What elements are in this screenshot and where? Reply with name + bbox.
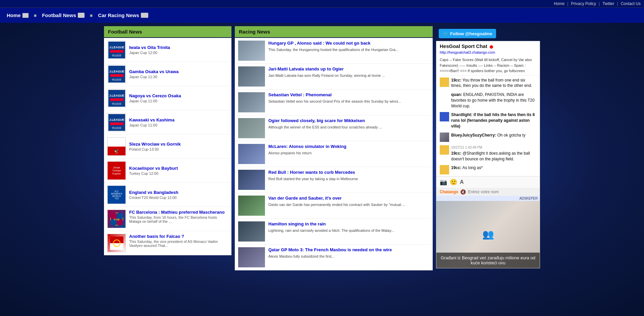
football-item[interactable]: ICCWOMEN'SWORLDT20 England vs Bangladesh… [104, 183, 231, 207]
svg-text:明治安田: 明治安田 [112, 54, 121, 57]
chat-ad-image[interactable]: 👥 Građani iz Beograd već zarađuju milion… [436, 201, 540, 268]
racing-info: Hungary GP , Alonso said : We could not … [268, 41, 398, 52]
smiley-icon[interactable]: 🙂 [450, 178, 457, 186]
football-info: Gamba Osaka vs Urawa Japan Cup 11:30 [129, 69, 178, 79]
match-meta: Poland Cup 13:30 [129, 147, 181, 151]
chat-brand: Chatango [440, 190, 458, 194]
top-nav-privacy[interactable]: Privacy Policy [571, 1, 596, 6]
football-info: Iwata vs Oita Trinita Japan Cup 12:00 [129, 45, 170, 55]
chat-avatar [440, 165, 449, 174]
football-item[interactable]: J.LEAGUE 明治安田 Iwata vs Oita Trinita Japa… [104, 38, 231, 62]
article-excerpt: Red Bull started the year by taking a sl… [268, 177, 358, 181]
svg-text:明治安田: 明治安田 [112, 78, 121, 81]
live-indicator [490, 45, 493, 49]
svg-text:明治安田: 明治安田 [112, 103, 121, 105]
article-title[interactable]: Van der Garde and Sauber, it's over [268, 196, 405, 201]
chat-message: 19cc: As long as* [440, 165, 536, 174]
chat-message: BlueyJuicySuzyCherry: Oh ok gotcha ty [440, 133, 536, 142]
article-title[interactable]: Qatar GP Moto 3: The French Masbou is ne… [268, 247, 392, 252]
article-title[interactable]: Sebastian Vettel : Phenomenal [268, 92, 401, 97]
racing-item[interactable]: Sebastian Vettel : Phenomenal Sebastian … [235, 90, 433, 115]
match-title[interactable]: FC Barcelona : Mathieu preferred Mascher… [129, 210, 225, 215]
football-item[interactable]: FCB FC Barcelona : Mathieu preferred Mas… [104, 207, 231, 231]
football-item[interactable]: J.LEAGUE 明治安田 Nagoya vs Cerezo Osaka Jap… [104, 86, 231, 110]
football-news-list: J.LEAGUE 明治安田 Iwata vs Oita Trinita Japa… [104, 38, 231, 255]
monaco-svg [110, 236, 123, 250]
racing-item[interactable]: Qatar GP Moto 3: The French Masbou is ne… [235, 245, 433, 270]
follow-button[interactable]: 🐦 Follow @hesgoalme [439, 29, 496, 38]
mute-icon[interactable]: 🔇 [460, 189, 466, 195]
match-title[interactable]: Sleza Wroclaw vs Gornik [129, 142, 181, 147]
match-title[interactable]: England vs Bangladesh [129, 190, 178, 195]
home-icon [22, 13, 29, 18]
racing-item[interactable]: Jari-Matti Latvala stands up to Ogier Ja… [235, 64, 433, 90]
article-title[interactable]: Hungary GP , Alonso said : We could not … [268, 41, 398, 46]
chat-message: 10/27/21 1:43:49 PM 19cc: @Shardlight it… [440, 145, 536, 162]
article-title[interactable]: McLaren: Alonso simulator in Woking [268, 144, 346, 149]
match-title[interactable]: Gamba Osaka vs Urawa [129, 69, 178, 74]
top-nav-home[interactable]: Home [554, 1, 565, 6]
chat-text: @Shardlight it does.asking as the ball d… [451, 151, 530, 161]
chat-footer: 📷 🙂 A [436, 176, 540, 188]
match-title[interactable]: Kawasaki vs Kashima [129, 117, 174, 122]
chat-avatar [440, 145, 449, 155]
article-title[interactable]: Hamilton singing in the rain [268, 221, 394, 226]
chat-name-input[interactable] [468, 190, 536, 194]
article-title[interactable]: Ogier followed closely, big scare for Mi… [268, 118, 382, 123]
article-title[interactable]: Jari-Matti Latvala stands up to Ogier [268, 66, 385, 71]
nav-home[interactable]: Home [3, 10, 32, 21]
icc-logo-text: ICCWOMEN'SWORLDT20 [111, 190, 122, 200]
racing-info: Ogier followed closely, big scare for Mi… [268, 118, 382, 130]
football-item[interactable]: J.LEAGUE 明治安田 Gamba Osaka vs Urawa Japan… [104, 62, 231, 86]
article-title[interactable]: Red Bull : Horner wants to curb Mercedes [268, 170, 358, 175]
chat-panel: HesGoal Sport Chat http://hesgoalchat3.c… [436, 41, 540, 268]
nav-football[interactable]: Football News [39, 10, 88, 21]
football-item[interactable]: J.LEAGUE 明治安田 Kawasaki vs Kashima Japan … [104, 110, 231, 135]
home-label: Home [7, 12, 21, 18]
chat-url[interactable]: http://hesgoalchat3.chatango.com [436, 50, 540, 56]
top-nav-twitter[interactable]: Twitter [602, 1, 614, 6]
match-title[interactable]: Kocaelispor vs Bayburt [129, 166, 178, 171]
match-meta: Turkey Cup 12:00 [129, 171, 178, 175]
match-title[interactable]: Another basis for Falcao ? [129, 234, 184, 239]
svg-text:明治安田: 明治安田 [112, 127, 121, 129]
svg-text:J.LEAGUE: J.LEAGUE [109, 70, 124, 73]
match-meta: Cricket T20 World Cup 12:00 [129, 196, 178, 200]
racing-column: Racing News Hungary GP , Alonso said : W… [235, 26, 433, 270]
racing-item[interactable]: Hungary GP , Alonso said : We could not … [235, 38, 433, 64]
match-meta: This Saturday, the vice president of AS … [129, 240, 228, 248]
racing-item[interactable]: Red Bull : Horner wants to curb Mercedes… [235, 167, 433, 193]
chat-username: 19cc: [451, 151, 462, 156]
match-title[interactable]: Iwata vs Oita Trinita [129, 45, 170, 50]
football-item[interactable]: ZiraatTürkiyeKupası Kocaelispor vs Baybu… [104, 159, 231, 183]
chat-avatar-img [440, 133, 449, 142]
svg-text:J.LEAGUE: J.LEAGUE [109, 46, 124, 49]
racing-item[interactable]: Hamilton singing in the rain Lightning, … [235, 219, 433, 245]
racing-thumb [238, 144, 265, 164]
jleague-logo: J.LEAGUE 明治安田 [107, 65, 126, 83]
racing-item[interactable]: Ogier followed closely, big scare for Mi… [235, 115, 433, 141]
chat-message-text: quan: ENGLAND, PAKISTAN, INDIA are favor… [451, 92, 536, 109]
text-icon[interactable]: A [460, 179, 464, 185]
chat-username: 19cc: [451, 165, 462, 170]
racing-item[interactable]: Van der Garde and Sauber, it's over Gied… [235, 193, 433, 219]
racing-item[interactable]: McLaren: Alonso simulator in Woking Alon… [235, 141, 433, 167]
football-item[interactable]: 🦅 Sleza Wroclaw vs Gornik Poland Cup 13:… [104, 135, 231, 159]
article-excerpt: Alexis Masbou fully subsidized the first… [268, 254, 334, 258]
chat-title: HesGoal Sport Chat [440, 43, 487, 49]
turkey-logo-text: ZiraatTürkiyeKupası [112, 166, 121, 175]
nav-car-racing[interactable]: Car Racing News [95, 10, 152, 21]
chat-messages[interactable]: 19cc: You throw the ball from one end si… [436, 75, 540, 176]
match-title[interactable]: Nagoya vs Cerezo Osaka [129, 93, 181, 98]
camera-icon[interactable]: 📷 [440, 178, 447, 186]
poland-top [108, 138, 125, 147]
top-nav-contact[interactable]: Contact Us [621, 1, 641, 6]
svg-rect-2 [110, 50, 123, 53]
football-item[interactable]: Another basis for Falcao ? This Saturday… [104, 231, 231, 255]
svg-rect-6 [110, 74, 123, 77]
chat-username: Shardlight: [451, 112, 472, 117]
football-info: FC Barcelona : Mathieu preferred Mascher… [129, 210, 228, 223]
chat-description: Caps -- Fake Scores (Wait till kickoff, … [436, 56, 540, 75]
chat-input-row: Chatango 🔇 [436, 188, 540, 196]
chat-timestamp: 10/27/21 1:43:49 PM [451, 145, 536, 150]
